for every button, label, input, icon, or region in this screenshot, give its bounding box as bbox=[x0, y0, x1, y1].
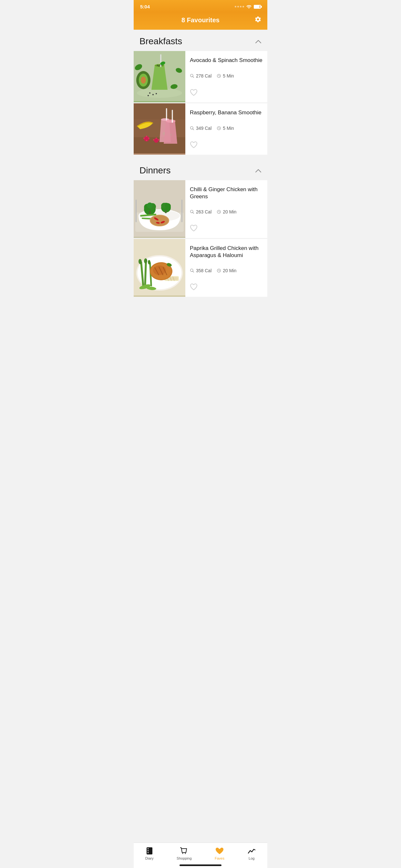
svg-point-43 bbox=[166, 120, 176, 123]
main-content: Breakfasts bbox=[134, 30, 267, 323]
time-info: 5 Min bbox=[217, 73, 234, 79]
signal-icon bbox=[235, 6, 244, 7]
recipe-card-avocado-smoothie[interactable]: Avocado & Spinach Smoothie 278 Cal 5 bbox=[134, 51, 267, 102]
recipe-image-chilli-chicken bbox=[134, 180, 185, 238]
page-title: 8 Favourites bbox=[181, 17, 220, 24]
clock-icon bbox=[217, 268, 221, 273]
svg-point-9 bbox=[152, 94, 154, 95]
svg-point-11 bbox=[156, 93, 157, 94]
calories-value: 358 Cal bbox=[196, 268, 212, 273]
svg-point-31 bbox=[143, 137, 145, 139]
clock-icon bbox=[217, 210, 221, 214]
recipe-meta-paprika-chicken: 358 Cal 20 Min bbox=[190, 268, 263, 273]
calories-value: 263 Cal bbox=[196, 209, 212, 214]
log-label: Log bbox=[249, 857, 254, 860]
calorie-info: 349 Cal bbox=[190, 126, 212, 131]
status-time: 5:04 bbox=[140, 4, 150, 9]
svg-line-21 bbox=[193, 76, 194, 78]
svg-rect-27 bbox=[134, 103, 185, 120]
time-value: 5 Min bbox=[223, 126, 234, 131]
time-info: 20 Min bbox=[217, 209, 236, 214]
svg-line-46 bbox=[193, 128, 194, 130]
breakfasts-chevron-icon[interactable] bbox=[255, 38, 261, 45]
recipe-meta-chilli-chicken: 263 Cal 20 Min bbox=[190, 209, 263, 214]
svg-rect-108 bbox=[148, 850, 149, 851]
svg-rect-71 bbox=[135, 199, 136, 222]
svg-point-15 bbox=[158, 66, 159, 66]
home-indicator bbox=[180, 864, 221, 866]
magnifier-icon bbox=[190, 268, 194, 273]
svg-rect-72 bbox=[181, 199, 182, 222]
svg-rect-109 bbox=[148, 852, 149, 853]
svg-rect-44 bbox=[172, 110, 173, 123]
wifi-icon bbox=[246, 4, 252, 9]
diary-label: Diary bbox=[145, 857, 154, 860]
favorite-button-paprika-chicken[interactable] bbox=[190, 283, 263, 292]
breakfasts-section-header[interactable]: Breakfasts bbox=[134, 30, 267, 51]
section-gap bbox=[134, 156, 267, 159]
svg-point-111 bbox=[185, 853, 186, 854]
svg-point-110 bbox=[182, 853, 183, 854]
recipe-info-chilli-chicken: Chilli & Ginger Chicken with Greens 263 … bbox=[185, 180, 267, 238]
status-bar: 5:04 bbox=[134, 0, 267, 12]
page-header: 8 Favourites bbox=[134, 12, 267, 30]
svg-rect-63 bbox=[165, 210, 166, 213]
calories-value: 278 Cal bbox=[196, 73, 212, 79]
status-icons bbox=[235, 4, 261, 9]
faves-label: Faves bbox=[215, 857, 224, 860]
svg-point-10 bbox=[148, 95, 149, 96]
svg-point-58 bbox=[147, 203, 153, 208]
log-icon bbox=[247, 847, 256, 855]
time-value: 20 Min bbox=[223, 268, 236, 273]
magnifier-icon bbox=[190, 126, 194, 130]
tab-log[interactable]: Log bbox=[241, 845, 262, 862]
favorite-button-chilli-chicken[interactable] bbox=[190, 224, 263, 234]
dinners-title: Dinners bbox=[140, 165, 171, 176]
breakfasts-title: Breakfasts bbox=[140, 36, 182, 46]
faves-icon bbox=[215, 847, 224, 855]
svg-point-62 bbox=[165, 203, 171, 209]
recipe-image-raspberry bbox=[134, 103, 185, 155]
recipe-image-paprika-chicken bbox=[134, 239, 185, 297]
recipe-card-raspberry-smoothie[interactable]: Raspberry, Banana Smoothie 349 Cal 5 bbox=[134, 103, 267, 155]
recipe-card-paprika-chicken[interactable]: Paprika Grilled Chicken with Asparagus &… bbox=[134, 239, 267, 297]
recipe-name-chilli-chicken: Chilli & Ginger Chicken with Greens bbox=[190, 186, 263, 200]
time-value: 5 Min bbox=[223, 73, 234, 79]
svg-point-33 bbox=[148, 137, 150, 139]
settings-button[interactable] bbox=[254, 16, 261, 25]
dinners-section-header[interactable]: Dinners bbox=[134, 159, 267, 180]
magnifier-icon bbox=[190, 210, 194, 214]
tab-shopping[interactable]: Shopping bbox=[170, 845, 198, 862]
time-info: 5 Min bbox=[217, 126, 234, 131]
svg-point-37 bbox=[156, 137, 157, 139]
svg-point-14 bbox=[157, 65, 158, 66]
favorite-button-raspberry[interactable] bbox=[190, 141, 263, 150]
dinners-chevron-icon[interactable] bbox=[255, 167, 261, 175]
tab-faves[interactable]: Faves bbox=[208, 845, 231, 862]
clock-icon bbox=[217, 126, 221, 130]
svg-rect-107 bbox=[148, 848, 149, 849]
favorite-button-avocado[interactable] bbox=[190, 89, 263, 98]
recipe-meta-raspberry: 349 Cal 5 Min bbox=[190, 126, 263, 131]
svg-rect-29 bbox=[134, 137, 185, 153]
time-info: 20 Min bbox=[217, 268, 236, 273]
calorie-info: 263 Cal bbox=[190, 209, 212, 214]
svg-rect-18 bbox=[160, 54, 161, 67]
recipe-card-chilli-chicken[interactable]: Chilli & Ginger Chicken with Greens 263 … bbox=[134, 180, 267, 238]
svg-rect-106 bbox=[147, 847, 152, 855]
recipe-name-raspberry: Raspberry, Banana Smoothie bbox=[190, 109, 263, 116]
recipe-info-paprika-chicken: Paprika Grilled Chicken with Asparagus &… bbox=[185, 239, 267, 297]
svg-point-8 bbox=[149, 92, 150, 94]
diary-icon bbox=[145, 847, 154, 855]
clock-icon bbox=[217, 73, 221, 78]
svg-line-77 bbox=[219, 212, 220, 212]
recipe-meta-avocado: 278 Cal 5 Min bbox=[190, 73, 263, 79]
shopping-icon bbox=[180, 847, 188, 855]
svg-point-4 bbox=[141, 76, 146, 84]
magnifier-icon bbox=[190, 73, 194, 78]
recipe-name-paprika-chicken: Paprika Grilled Chicken with Asparagus &… bbox=[190, 245, 263, 259]
tab-diary[interactable]: Diary bbox=[139, 845, 160, 862]
recipe-name-avocado: Avocado & Spinach Smoothie bbox=[190, 57, 263, 64]
svg-point-67 bbox=[150, 215, 168, 226]
calories-value: 349 Cal bbox=[196, 126, 212, 131]
